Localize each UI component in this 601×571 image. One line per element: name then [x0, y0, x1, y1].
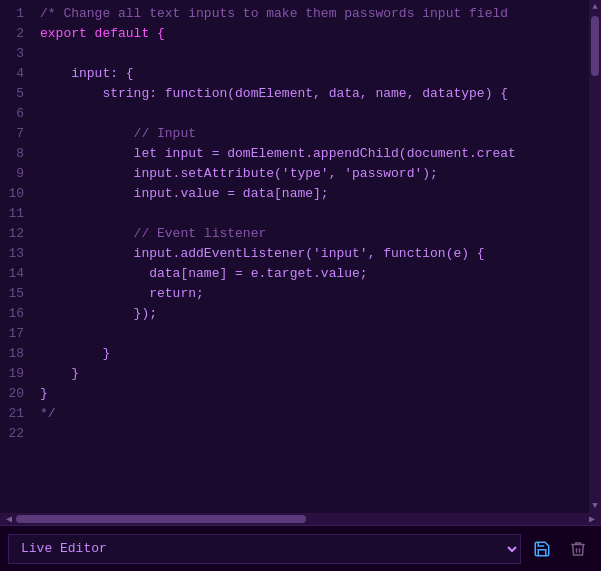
- line-number: 16: [0, 304, 32, 324]
- line-number: 3: [0, 44, 32, 64]
- line-number: 12: [0, 224, 32, 244]
- line-number: 8: [0, 144, 32, 164]
- code-line: [32, 424, 589, 444]
- code-line: }: [32, 364, 589, 384]
- horizontal-scrollbar[interactable]: ◀ ▶: [0, 513, 601, 525]
- right-scrollbar[interactable]: ▲ ▼: [589, 0, 601, 513]
- line-number: 5: [0, 84, 32, 104]
- trash-icon: [569, 540, 587, 558]
- line-number: 14: [0, 264, 32, 284]
- code-editor: 12345678910111213141516171819202122 /* C…: [0, 0, 601, 525]
- code-token: input.setAttribute('type', 'password');: [40, 166, 438, 181]
- code-line: let input = domElement.appendChild(docum…: [32, 144, 589, 164]
- scrollbar-thumb[interactable]: [16, 515, 306, 523]
- code-token: input.addEventListener('input', function…: [40, 246, 485, 261]
- code-token: input.value = data[name];: [40, 186, 329, 201]
- line-number: 9: [0, 164, 32, 184]
- right-scrollbar-track[interactable]: [591, 16, 599, 497]
- code-line: input.value = data[name];: [32, 184, 589, 204]
- code-token: }: [40, 346, 110, 361]
- code-token: // Input: [40, 126, 196, 141]
- code-area: 12345678910111213141516171819202122 /* C…: [0, 0, 601, 513]
- code-token: // Event listener: [40, 226, 266, 241]
- scroll-left-arrow[interactable]: ◀: [2, 513, 16, 525]
- line-number: 1: [0, 4, 32, 24]
- line-number: 6: [0, 104, 32, 124]
- line-number: 10: [0, 184, 32, 204]
- code-line: // Event listener: [32, 224, 589, 244]
- code-line: */: [32, 404, 589, 424]
- code-token: export default {: [40, 26, 165, 41]
- save-button[interactable]: [527, 534, 557, 564]
- line-number: 2: [0, 24, 32, 44]
- line-number: 17: [0, 324, 32, 344]
- code-line: }: [32, 384, 589, 404]
- code-line: [32, 104, 589, 124]
- scroll-down-arrow[interactable]: ▼: [589, 499, 601, 513]
- code-line: input.addEventListener('input', function…: [32, 244, 589, 264]
- code-token: data[name] = e.target.value;: [40, 266, 368, 281]
- line-number: 4: [0, 64, 32, 84]
- code-token: string: function(domElement, data, name,…: [40, 86, 508, 101]
- line-number: 18: [0, 344, 32, 364]
- code-line: });: [32, 304, 589, 324]
- code-line: return;: [32, 284, 589, 304]
- code-token: }: [40, 366, 79, 381]
- code-line: [32, 44, 589, 64]
- code-token: });: [40, 306, 157, 321]
- line-number: 15: [0, 284, 32, 304]
- line-numbers: 12345678910111213141516171819202122: [0, 0, 32, 513]
- code-token: input: {: [40, 66, 134, 81]
- code-line: input: {: [32, 64, 589, 84]
- code-line: [32, 324, 589, 344]
- code-line: export default {: [32, 24, 589, 44]
- line-number: 21: [0, 404, 32, 424]
- code-token: }: [40, 386, 48, 401]
- code-line: input.setAttribute('type', 'password');: [32, 164, 589, 184]
- right-scrollbar-thumb[interactable]: [591, 16, 599, 76]
- code-token: return;: [40, 286, 204, 301]
- code-line: // Input: [32, 124, 589, 144]
- code-line: data[name] = e.target.value;: [32, 264, 589, 284]
- scroll-right-arrow[interactable]: ▶: [585, 513, 599, 525]
- code-token: */: [40, 406, 56, 421]
- bottom-bar: Live Editor: [0, 525, 601, 571]
- code-line: [32, 204, 589, 224]
- line-number: 20: [0, 384, 32, 404]
- scroll-up-arrow[interactable]: ▲: [589, 0, 601, 14]
- scrollbar-track[interactable]: [16, 515, 585, 523]
- save-icon: [533, 540, 551, 558]
- line-number: 7: [0, 124, 32, 144]
- code-token: /* Change all text inputs to make them p…: [40, 6, 508, 21]
- code-line: /* Change all text inputs to make them p…: [32, 4, 589, 24]
- code-line: string: function(domElement, data, name,…: [32, 84, 589, 104]
- delete-button[interactable]: [563, 534, 593, 564]
- code-token: let input = domElement.appendChild(docum…: [40, 146, 516, 161]
- code-content: /* Change all text inputs to make them p…: [32, 0, 589, 513]
- live-editor-dropdown[interactable]: Live Editor: [8, 534, 521, 564]
- line-number: 13: [0, 244, 32, 264]
- code-line: }: [32, 344, 589, 364]
- line-number: 22: [0, 424, 32, 444]
- line-number: 11: [0, 204, 32, 224]
- line-number: 19: [0, 364, 32, 384]
